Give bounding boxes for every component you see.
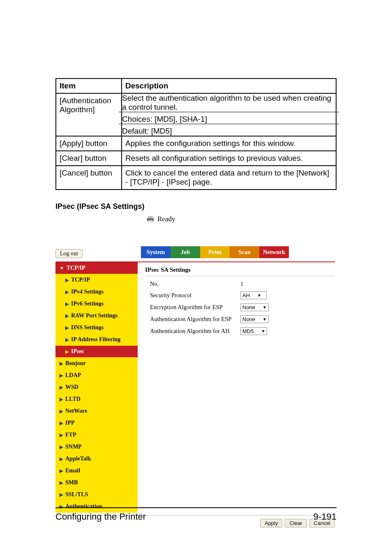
sidebar-item-label: FTP <box>65 432 76 438</box>
sidebar-sub-ipsec[interactable]: ▶IPsec <box>55 346 138 358</box>
cell-desc: Resets all configuration settings to pre… <box>122 151 336 166</box>
chevron-right-icon: ▶ <box>60 468 63 474</box>
select-enc-esp[interactable]: None ▼ <box>240 303 269 311</box>
sidebar-item-ftp[interactable]: ▶FTP <box>55 429 138 441</box>
settings-panel: IPsec SA Settings No. 1 Security Protoco… <box>138 261 335 513</box>
cell-desc: Select the authentication algorithm to b… <box>122 93 336 136</box>
app-frame: Log out System Job Print Scan Network ▼ … <box>55 246 335 527</box>
chevron-right-icon: ▶ <box>60 480 63 486</box>
chevron-down-icon: ▼ <box>263 317 267 321</box>
sidebar-item-wsd[interactable]: ▶WSD <box>55 382 138 393</box>
chevron-right-icon: ▶ <box>65 301 69 307</box>
sidebar-item-label: IPP <box>65 420 75 426</box>
sidebar-sub-tcpip[interactable]: ▶TCP/IP <box>55 274 138 286</box>
chevron-right-icon: ▶ <box>60 385 63 390</box>
chevron-right-icon: ▶ <box>60 492 63 497</box>
sidebar-item-label: RAW Port Settings <box>71 312 118 319</box>
select-auth-esp[interactable]: None ▼ <box>240 315 269 323</box>
page-number: 9-191 <box>314 511 337 522</box>
desc-line: Select the authentication algorithm to b… <box>119 91 339 114</box>
sidebar-sub-dns[interactable]: ▶DNS Settings <box>55 322 138 334</box>
sidebar-item-netware[interactable]: ▶NetWare <box>55 405 138 417</box>
label-security-protocol: Security Protocol <box>145 292 240 299</box>
chevron-right-icon: ▶ <box>60 456 63 462</box>
sidebar-item-label: NetWare <box>65 408 87 414</box>
cell-item: [Cancel] button <box>56 166 122 190</box>
sidebar-item-label: AppleTalk <box>65 456 91 462</box>
svg-point-3 <box>152 219 153 220</box>
chevron-right-icon: ▶ <box>60 432 63 438</box>
tab-network[interactable]: Network <box>259 246 289 258</box>
chevron-right-icon: ▶ <box>60 409 63 414</box>
tab-system[interactable]: System <box>141 246 171 258</box>
sidebar-item-snmp[interactable]: ▶SNMP <box>55 441 138 453</box>
col-item: Item <box>56 79 122 93</box>
label-auth-ah: Authentication Algorithm for AH <box>145 328 240 335</box>
sidebar-sub-rawport[interactable]: ▶RAW Port Settings <box>55 310 138 322</box>
chevron-right-icon: ▶ <box>60 373 63 378</box>
logout-button[interactable]: Log out <box>55 249 83 258</box>
table-row: [Apply] button Applies the configuration… <box>56 136 336 151</box>
row-auth-esp: Authentication Algorithm for ESP None ▼ <box>145 315 335 323</box>
select-value: None <box>242 316 255 322</box>
sidebar-sub-ipfilter[interactable]: ▶IP Address Filtering <box>55 334 138 346</box>
row-auth-ah: Authentication Algorithm for AH MD5 ▼ <box>145 327 335 335</box>
sidebar-item-appletalk[interactable]: ▶AppleTalk <box>55 453 138 465</box>
sidebar-item-ldap[interactable]: ▶LDAP <box>55 370 138 382</box>
status-row: Ready <box>146 215 337 223</box>
sidebar-item-label: IP Address Filtering <box>71 336 120 343</box>
section-title: IPsec (IPsec SA Settings) <box>55 202 337 211</box>
chevron-right-icon: ▶ <box>65 278 69 283</box>
chevron-right-icon: ▶ <box>65 289 69 295</box>
sidebar-item-label: Email <box>65 467 80 474</box>
tabs: System Job Print Scan Network <box>141 246 289 258</box>
chevron-down-icon: ▼ <box>263 305 267 310</box>
sidebar-item-ipp[interactable]: ▶IPP <box>55 417 138 429</box>
select-security-protocol[interactable]: AH ▼ <box>240 291 267 299</box>
sidebar-item-label: SMB <box>65 479 78 486</box>
sidebar-sub-ipv6[interactable]: ▶IPv6 Settings <box>55 298 138 310</box>
chevron-right-icon: ▶ <box>65 349 69 354</box>
tab-job[interactable]: Job <box>171 246 200 258</box>
sidebar-item-label: IPv4 Settings <box>71 289 104 295</box>
page-footer: Configuring the Printer 9-191 <box>55 507 337 522</box>
chevron-right-icon: ▶ <box>65 325 69 331</box>
cell-desc: Click to cancel the entered data and ret… <box>122 166 336 190</box>
description-table: Item Description [Authentication Algorit… <box>55 78 337 190</box>
footer-title: Configuring the Printer <box>55 511 146 522</box>
tab-scan[interactable]: Scan <box>230 246 259 258</box>
select-auth-ah[interactable]: MD5 ▼ <box>240 327 267 335</box>
svg-rect-2 <box>148 220 153 222</box>
sidebar-item-lltd[interactable]: ▶LLTD <box>55 393 138 405</box>
sidebar-sub-ipv4[interactable]: ▶IPv4 Settings <box>55 286 138 298</box>
row-security-protocol: Security Protocol AH ▼ <box>145 291 335 299</box>
sidebar-item-bonjour[interactable]: ▶Bonjour <box>55 358 138 370</box>
tab-print[interactable]: Print <box>200 246 230 258</box>
sidebar-item-label: LDAP <box>65 372 81 379</box>
sidebar-item-label: Bonjour <box>65 360 86 367</box>
label-enc-esp: Encryption Algorithm for ESP <box>145 304 240 311</box>
cell-item: [Clear] button <box>56 151 122 166</box>
sidebar-head-tcpip[interactable]: ▼ TCP/IP <box>55 262 138 274</box>
panel-title: IPsec SA Settings <box>145 264 335 276</box>
sidebar-head-label: TCP/IP <box>67 265 85 271</box>
sidebar-item-smb[interactable]: ▶SMB <box>55 477 138 489</box>
cell-desc: Applies the configuration settings for t… <box>122 136 336 151</box>
label-no: No. <box>145 280 240 287</box>
sidebar-item-label: SNMP <box>65 444 82 450</box>
chevron-right-icon: ▶ <box>60 421 63 426</box>
svg-rect-1 <box>148 216 153 218</box>
sidebar-item-ssltls[interactable]: ▶SSL/TLS <box>55 489 138 501</box>
table-row: [Cancel] button Click to cancel the ente… <box>56 166 336 190</box>
value-no: 1 <box>240 280 243 287</box>
ready-status: Ready <box>157 215 175 223</box>
sidebar-item-email[interactable]: ▶Email <box>55 465 138 477</box>
cell-item: [Apply] button <box>56 136 122 151</box>
chevron-right-icon: ▶ <box>60 361 63 366</box>
sidebar-item-label: WSD <box>65 384 78 391</box>
printer-icon <box>146 215 155 223</box>
chevron-down-icon: ▼ <box>257 293 261 298</box>
chevron-down-icon: ▼ <box>60 266 64 271</box>
chevron-right-icon: ▶ <box>65 313 69 319</box>
chevron-right-icon: ▶ <box>60 397 63 402</box>
